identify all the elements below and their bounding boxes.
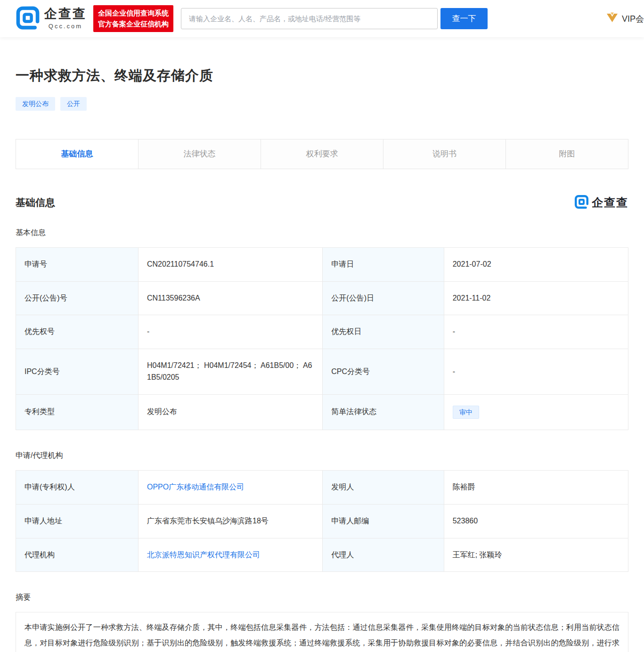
- tab-basic-info[interactable]: 基础信息: [16, 139, 139, 169]
- search-input[interactable]: [181, 8, 438, 29]
- field-label: 申请号: [16, 247, 139, 281]
- table-row: 专利类型 发明公布 简单法律状态 审中: [16, 394, 628, 430]
- field-value: 广东省东莞市长安镇乌沙海滨路18号: [139, 504, 323, 538]
- logo-name: 企查查: [44, 8, 87, 20]
- patent-tags: 发明公布 公开: [16, 97, 628, 111]
- tag-invention-publication: 发明公布: [16, 97, 55, 111]
- table-row: IPC分类号 H04M1/72421； H04M1/72454； A61B5/0…: [16, 349, 628, 395]
- field-value: 2021-11-02: [444, 281, 628, 315]
- brand-watermark: 企查查: [574, 195, 628, 211]
- field-label: 申请(专利权)人: [16, 470, 139, 504]
- gov-badge-line2: 官方备案企业征信机构: [98, 19, 169, 30]
- vip-member-entry[interactable]: VIP会员: [606, 12, 644, 25]
- table-row: 申请人地址 广东省东莞市长安镇乌沙海滨路18号 申请人邮编 523860: [16, 504, 628, 538]
- field-label: 公开(公告)号: [16, 281, 139, 315]
- qcc-logo-icon: [16, 6, 40, 32]
- field-value: OPPO广东移动通信有限公司: [139, 470, 323, 504]
- field-label: 申请人地址: [16, 504, 139, 538]
- field-label: 简单法律状态: [323, 394, 444, 430]
- tab-description[interactable]: 说明书: [383, 139, 506, 169]
- agency-company-link[interactable]: 北京派特恩知识产权代理有限公司: [147, 551, 260, 559]
- tab-legal-status[interactable]: 法律状态: [139, 139, 261, 169]
- table-row: 公开(公告)号 CN113596236A 公开(公告)日 2021-11-02: [16, 281, 628, 315]
- vip-label: VIP会员: [622, 13, 644, 24]
- field-label: 公开(公告)日: [323, 281, 444, 315]
- field-label: 申请人邮编: [323, 504, 444, 538]
- brand-watermark-text: 企查查: [592, 195, 628, 210]
- field-value: 2021-07-02: [444, 247, 628, 281]
- abstract-text: 本申请实施例公开了一种求救方法、终端及存储介质，其中，终端包括信息采集器件，方法…: [16, 612, 628, 652]
- subheading-basic-info: 基本信息: [16, 228, 628, 238]
- tab-drawings[interactable]: 附图: [506, 139, 628, 169]
- page-header: 企查查 Qcc.com 全国企业信用查询系统 官方备案企业征信机构 查一下 VI…: [0, 0, 644, 37]
- applicant-company-link[interactable]: OPPO广东移动通信有限公司: [147, 483, 244, 491]
- field-value: -: [444, 349, 628, 395]
- qcc-logo[interactable]: 企查查 Qcc.com: [16, 6, 87, 32]
- gov-certification-badge: 全国企业信用查询系统 官方备案企业征信机构: [93, 5, 173, 32]
- subheading-abstract: 摘要: [16, 593, 628, 603]
- field-label: IPC分类号: [16, 349, 139, 395]
- tag-public: 公开: [60, 97, 87, 111]
- page-title: 一种求救方法、终端及存储介质: [16, 66, 628, 85]
- field-label: 申请日: [323, 247, 444, 281]
- agency-table: 申请(专利权)人 OPPO广东移动通信有限公司 发明人 陈裕爵 申请人地址 广东…: [16, 470, 628, 572]
- field-value: 陈裕爵: [444, 470, 628, 504]
- qcc-logo-icon: [574, 195, 589, 211]
- field-label: 专利类型: [16, 394, 139, 430]
- field-value: 王军红; 张颖玲: [444, 538, 628, 572]
- main-content: 基础信息 法律状态 权利要求 说明书 附图 基础信息 企查查 基本信息 申请号 …: [0, 139, 644, 652]
- field-label: 优先权日: [323, 315, 444, 349]
- subheading-agency: 申请/代理机构: [16, 451, 628, 461]
- field-value: -: [444, 315, 628, 349]
- logo-domain: Qcc.com: [49, 23, 82, 30]
- field-value: 523860: [444, 504, 628, 538]
- section-title: 基础信息: [16, 196, 55, 209]
- field-value: 审中: [444, 394, 628, 430]
- search-bar: 查一下: [181, 8, 488, 29]
- field-value: 发明公布: [139, 394, 323, 430]
- field-value: 北京派特恩知识产权代理有限公司: [139, 538, 323, 572]
- field-label: 发明人: [323, 470, 444, 504]
- field-label: 优先权号: [16, 315, 139, 349]
- table-row: 代理机构 北京派特恩知识产权代理有限公司 代理人 王军红; 张颖玲: [16, 538, 628, 572]
- search-button[interactable]: 查一下: [440, 8, 488, 29]
- basic-info-table: 申请号 CN202110754746.1 申请日 2021-07-02 公开(公…: [16, 247, 628, 430]
- table-row: 申请(专利权)人 OPPO广东移动通信有限公司 发明人 陈裕爵: [16, 470, 628, 504]
- gov-badge-line1: 全国企业信用查询系统: [98, 8, 169, 19]
- field-value: H04M1/72421； H04M1/72454； A61B5/00； A61B…: [139, 349, 323, 395]
- field-value: -: [139, 315, 323, 349]
- table-row: 申请号 CN202110754746.1 申请日 2021-07-02: [16, 247, 628, 281]
- field-value: CN113596236A: [139, 281, 323, 315]
- field-label: 代理机构: [16, 538, 139, 572]
- field-label: CPC分类号: [323, 349, 444, 395]
- patent-title-block: 一种求救方法、终端及存储介质 发明公布 公开: [0, 37, 644, 111]
- field-label: 代理人: [323, 538, 444, 572]
- vip-medal-icon: [606, 12, 619, 25]
- table-row: 优先权号 - 优先权日 -: [16, 315, 628, 349]
- status-badge: 审中: [453, 406, 479, 419]
- section-header: 基础信息 企查查: [16, 195, 628, 211]
- tab-claims[interactable]: 权利要求: [261, 139, 383, 169]
- field-value: CN202110754746.1: [139, 247, 323, 281]
- tab-bar: 基础信息 法律状态 权利要求 说明书 附图: [16, 139, 628, 169]
